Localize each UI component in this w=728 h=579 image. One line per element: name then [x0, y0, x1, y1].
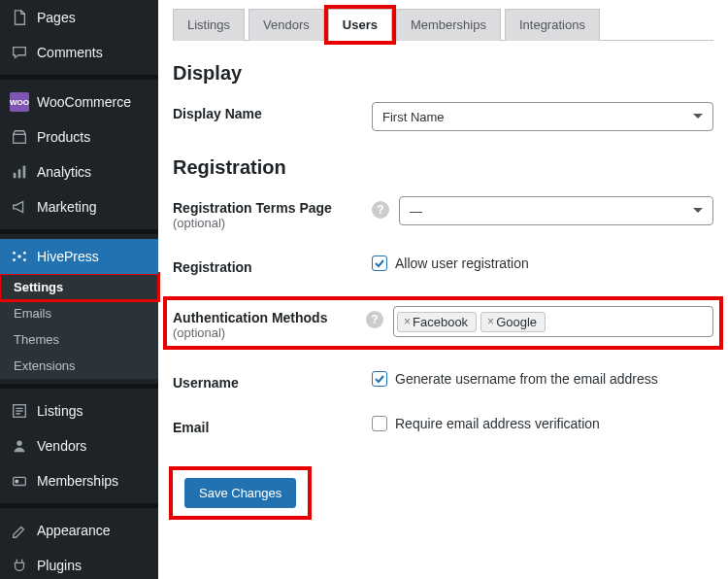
- checkbox-require-email-verif[interactable]: Require email address verification: [372, 416, 600, 431]
- svg-point-6: [23, 252, 26, 255]
- section-display-title: Display: [173, 62, 713, 85]
- sidebar-sub-themes[interactable]: Themes: [0, 326, 158, 353]
- sidebar-item-label: Appearance: [37, 523, 111, 538]
- checkbox-generate-username[interactable]: Generate username from the email address: [372, 371, 658, 387]
- sidebar-item-label: Analytics: [37, 164, 91, 180]
- sidebar-item-label: Vendors: [37, 438, 86, 454]
- sidebar-item-appearance[interactable]: Appearance: [0, 513, 158, 548]
- label-display-name: Display Name: [173, 102, 372, 121]
- label-reg-terms: Registration Terms Page (optional): [173, 196, 372, 230]
- checkbox-label: Require email address verification: [395, 416, 600, 431]
- save-button-label: Save Changes: [199, 486, 281, 500]
- sidebar-item-label: Plugins: [37, 558, 82, 573]
- row-reg-terms: Registration Terms Page (optional) ? —: [173, 196, 713, 230]
- sidebar-item-listings[interactable]: Listings: [0, 393, 158, 428]
- tab-users[interactable]: Users: [328, 9, 392, 41]
- tag-label: Google: [496, 315, 537, 329]
- sidebar-item-label: Memberships: [37, 473, 118, 489]
- row-display-name: Display Name First Name: [173, 102, 713, 131]
- sidebar-sub-label: Themes: [14, 332, 59, 347]
- svg-rect-0: [14, 134, 26, 143]
- label-email: Email: [173, 416, 372, 435]
- row-username: Username Generate username from the emai…: [173, 371, 713, 391]
- help-icon[interactable]: ?: [372, 201, 389, 219]
- tag-label: Facebook: [413, 315, 468, 329]
- memberships-icon: [10, 471, 29, 491]
- sidebar-sub-emails[interactable]: Emails: [0, 300, 158, 326]
- tab-label: Memberships: [411, 17, 486, 32]
- sidebar-item-label: Pages: [37, 10, 76, 25]
- sidebar-sub-extensions[interactable]: Extensions: [0, 353, 158, 379]
- sidebar-item-comments[interactable]: Comments: [0, 35, 158, 70]
- section-registration-title: Registration: [173, 156, 713, 179]
- svg-point-12: [16, 480, 18, 483]
- sidebar-item-vendors[interactable]: Vendors: [0, 428, 158, 463]
- tab-label: Listings: [187, 17, 230, 32]
- tag-facebook[interactable]: ×Facebook: [397, 312, 477, 332]
- sidebar-item-memberships[interactable]: Memberships: [0, 463, 158, 498]
- svg-point-5: [13, 252, 16, 255]
- sidebar-item-products[interactable]: Products: [0, 119, 158, 154]
- svg-rect-2: [18, 169, 21, 178]
- svg-rect-3: [23, 166, 26, 179]
- tab-memberships[interactable]: Memberships: [396, 9, 501, 41]
- sidebar-item-marketing[interactable]: Marketing: [0, 189, 158, 224]
- tab-integrations[interactable]: Integrations: [505, 9, 600, 41]
- sidebar-submenu: Settings Emails Themes Extensions: [0, 274, 158, 379]
- sidebar-sub-settings[interactable]: Settings: [0, 274, 158, 300]
- analytics-icon: [10, 162, 29, 182]
- svg-point-4: [17, 255, 21, 258]
- sidebar-separator: [0, 229, 158, 234]
- sidebar-item-pages[interactable]: Pages: [0, 0, 158, 35]
- sidebar-item-label: HivePress: [37, 249, 99, 264]
- select-reg-terms[interactable]: —: [399, 196, 713, 225]
- checkbox-label: Allow user registration: [395, 255, 529, 271]
- pages-icon: [10, 8, 29, 27]
- admin-sidebar: Pages Comments WOO WooCommerce Products …: [0, 0, 158, 579]
- sidebar-item-woocommerce[interactable]: WOO WooCommerce: [0, 85, 158, 119]
- tab-listings[interactable]: Listings: [173, 9, 245, 41]
- tab-label: Vendors: [263, 17, 310, 32]
- products-icon: [10, 127, 29, 147]
- svg-rect-1: [14, 173, 17, 178]
- label-text: Authentication Methods: [173, 310, 327, 325]
- checkbox-allow-registration[interactable]: Allow user registration: [372, 255, 529, 271]
- appearance-icon: [10, 521, 29, 540]
- help-icon[interactable]: ?: [366, 311, 383, 328]
- sidebar-sub-label: Emails: [14, 306, 51, 321]
- sidebar-separator: [0, 75, 158, 80]
- auth-methods-input[interactable]: ×Facebook ×Google: [393, 306, 713, 337]
- svg-point-8: [23, 258, 26, 261]
- tag-remove-icon[interactable]: ×: [404, 315, 411, 328]
- sidebar-item-label: Listings: [37, 403, 83, 419]
- sidebar-separator: [0, 503, 158, 508]
- main-content: Listings Vendors Users Memberships Integ…: [158, 0, 728, 579]
- marketing-icon: [10, 197, 29, 217]
- row-auth-methods: Authentication Methods (optional) ? ×Fac…: [167, 300, 719, 346]
- checkbox-box: [372, 416, 387, 431]
- sidebar-item-hivepress[interactable]: HivePress: [0, 239, 158, 274]
- tag-google[interactable]: ×Google: [480, 312, 546, 332]
- tab-label: Integrations: [519, 17, 585, 32]
- select-value: —: [410, 204, 422, 219]
- tab-label: Users: [343, 17, 378, 32]
- save-button[interactable]: Save Changes: [184, 478, 296, 508]
- svg-point-7: [13, 258, 16, 261]
- sidebar-item-label: Products: [37, 129, 90, 145]
- checkbox-box: [372, 255, 387, 271]
- tab-vendors[interactable]: Vendors: [248, 9, 324, 41]
- comments-icon: [10, 43, 29, 62]
- sidebar-item-analytics[interactable]: Analytics: [0, 154, 158, 189]
- svg-point-10: [17, 441, 21, 446]
- sidebar-separator: [0, 384, 158, 389]
- tag-remove-icon[interactable]: ×: [487, 315, 494, 328]
- select-display-name[interactable]: First Name: [372, 102, 713, 131]
- sidebar-sub-label: Extensions: [14, 358, 76, 373]
- save-highlight: Save Changes: [173, 470, 308, 516]
- plugins-icon: [10, 556, 29, 575]
- label-optional: (optional): [173, 325, 366, 340]
- checkbox-box: [372, 371, 387, 387]
- label-auth-methods: Authentication Methods (optional): [173, 306, 366, 340]
- sidebar-item-plugins[interactable]: Plugins: [0, 548, 158, 579]
- row-email: Email Require email address verification: [173, 416, 713, 435]
